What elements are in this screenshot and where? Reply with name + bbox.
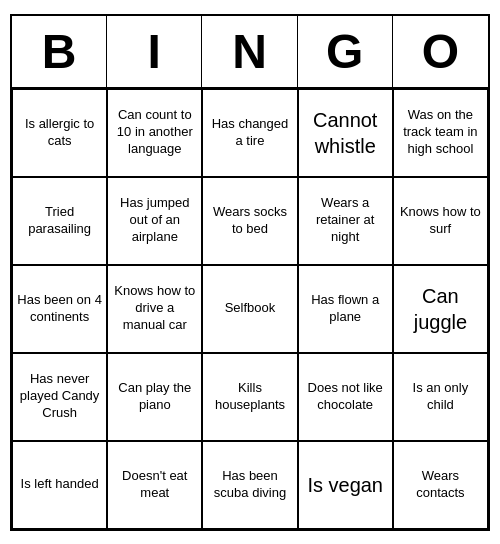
bingo-cell-16: Can play the piano	[107, 353, 202, 441]
bingo-cell-15: Has never played Candy Crush	[12, 353, 107, 441]
bingo-letter-I: I	[107, 16, 202, 87]
bingo-letter-G: G	[298, 16, 393, 87]
bingo-cell-11: Knows how to drive a manual car	[107, 265, 202, 353]
bingo-cell-4: Was on the track team in high school	[393, 89, 488, 177]
bingo-header: BINGO	[12, 16, 488, 89]
bingo-cell-6: Has jumped out of an airplane	[107, 177, 202, 265]
bingo-cell-21: Doesn't eat meat	[107, 441, 202, 529]
bingo-cell-17: Kills houseplants	[202, 353, 297, 441]
bingo-grid: Is allergic to catsCan count to 10 in an…	[12, 89, 488, 529]
bingo-cell-5: Tried parasailing	[12, 177, 107, 265]
bingo-cell-7: Wears socks to bed	[202, 177, 297, 265]
bingo-letter-N: N	[202, 16, 297, 87]
bingo-cell-3: Cannot whistle	[298, 89, 393, 177]
bingo-cell-20: Is left handed	[12, 441, 107, 529]
bingo-cell-2: Has changed a tire	[202, 89, 297, 177]
bingo-cell-18: Does not like chocolate	[298, 353, 393, 441]
bingo-cell-10: Has been on 4 continents	[12, 265, 107, 353]
bingo-cell-1: Can count to 10 in another language	[107, 89, 202, 177]
bingo-letter-O: O	[393, 16, 488, 87]
bingo-cell-8: Wears a retainer at night	[298, 177, 393, 265]
bingo-cell-23: Is vegan	[298, 441, 393, 529]
bingo-card: BINGO Is allergic to catsCan count to 10…	[10, 14, 490, 531]
bingo-cell-12: Selfbook	[202, 265, 297, 353]
bingo-cell-14: Can juggle	[393, 265, 488, 353]
bingo-letter-B: B	[12, 16, 107, 87]
bingo-cell-22: Has been scuba diving	[202, 441, 297, 529]
bingo-cell-13: Has flown a plane	[298, 265, 393, 353]
bingo-cell-9: Knows how to surf	[393, 177, 488, 265]
bingo-cell-19: Is an only child	[393, 353, 488, 441]
bingo-cell-24: Wears contacts	[393, 441, 488, 529]
bingo-cell-0: Is allergic to cats	[12, 89, 107, 177]
